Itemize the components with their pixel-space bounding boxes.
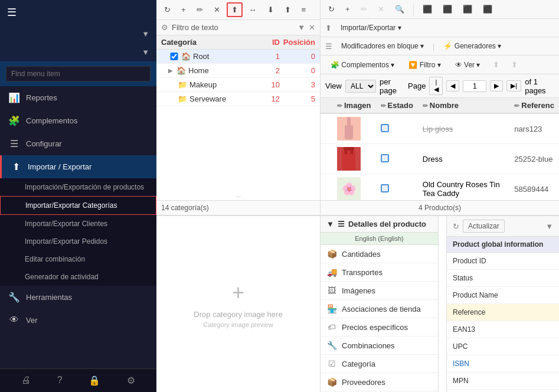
details-header[interactable]: ▼ ☰ Detalles del producto: [321, 216, 438, 233]
info-field-upc[interactable]: UPC: [447, 338, 559, 355]
generators-dropdown[interactable]: ⚡ Generadores ▾: [438, 40, 506, 53]
status-checkbox-1[interactable]: [381, 154, 389, 162]
detail-cantidades[interactable]: 📦 Cantidades: [321, 245, 438, 263]
expand-icon-home[interactable]: ▶: [168, 67, 176, 74]
edit-btn[interactable]: ✏: [192, 3, 207, 17]
cat-checkbox-root[interactable]: [169, 53, 179, 60]
submenu-item-cat[interactable]: Importar/Exportar Categorías: [0, 196, 156, 215]
detail-categoria[interactable]: ☑ Categoría: [321, 355, 438, 373]
sidebar-item-ver[interactable]: 👁 Ver: [0, 309, 156, 331]
cat-row-root[interactable]: 🏠 Root 1 0: [156, 50, 320, 64]
submenu-item-cli[interactable]: Importar/Exportar Clientes: [0, 215, 156, 233]
sidebar-collapse-2[interactable]: ▼: [0, 43, 156, 61]
filter-clear-icon[interactable]: ✕: [309, 23, 315, 32]
toolbar-btn-extra3[interactable]: ⬛: [459, 2, 476, 16]
cat-row-home[interactable]: ▶ 🏠 Home 2 0: [156, 64, 320, 78]
info-refresh-button[interactable]: Actualizar: [463, 220, 505, 233]
prod-delete-btn[interactable]: ✕: [374, 2, 388, 16]
status-cell-1: [376, 144, 418, 174]
cat-row-serveware[interactable]: 📁 Serveware 12 5: [156, 92, 320, 106]
submenu-item-gen[interactable]: Generador de actividad: [0, 268, 156, 286]
status-checkbox-2[interactable]: [381, 184, 389, 192]
refresh-btn[interactable]: ↻: [160, 3, 175, 17]
col-sort-btn-1[interactable]: ⬆: [489, 58, 504, 71]
footer-help-icon[interactable]: ?: [57, 375, 63, 386]
prod-edit-btn[interactable]: ✏: [357, 2, 371, 16]
prod-add-btn[interactable]: +: [341, 2, 354, 16]
detail-combinaciones[interactable]: 🔧 Combinaciones: [321, 337, 438, 355]
th-reference[interactable]: ✏Referenc: [509, 98, 559, 113]
cat-row-makeup[interactable]: 📁 Makeup 10 3: [156, 78, 320, 92]
per-page-select[interactable]: ALL 10 20 50: [345, 80, 376, 93]
info-field-product-id[interactable]: Product ID: [447, 253, 559, 270]
footer-settings-icon[interactable]: ⚙: [127, 375, 135, 386]
status-checkbox-0[interactable]: [381, 124, 389, 132]
submenu-item-comb[interactable]: Editar combinación: [0, 250, 156, 268]
info-field-isbn[interactable]: ISBN: [447, 355, 559, 373]
sidebar-item-complementos[interactable]: 🧩 Complementos: [0, 109, 156, 132]
detail-transportes[interactable]: 🚚 Transportes: [321, 263, 438, 282]
filtro-dropdown[interactable]: 🔽 Filtro ▾: [403, 58, 446, 71]
next-page-btn[interactable]: ▶: [490, 80, 503, 92]
footer-print-icon[interactable]: 🖨: [21, 375, 31, 386]
sidebar-item-importar-exportar[interactable]: ⬆ Importar / Exportar: [0, 155, 156, 178]
add-btn[interactable]: +: [177, 3, 190, 17]
sidebar-item-herramientas[interactable]: 🔧 Herramientas: [0, 286, 156, 309]
list-btn[interactable]: ≡: [298, 3, 310, 17]
sidebar-item-reportes[interactable]: 📊 Reportes: [0, 86, 156, 109]
detail-precios[interactable]: 🏷 Precios específicos: [321, 318, 438, 337]
toolbar-btn-extra2[interactable]: ⬛: [439, 2, 456, 16]
search-input[interactable]: [6, 66, 151, 81]
last-page-btn[interactable]: ▶|: [506, 80, 521, 92]
col-id-header: ID: [256, 38, 280, 47]
sidebar-collapse-1[interactable]: ▼: [0, 25, 156, 43]
footer-lock-icon[interactable]: 🔒: [89, 375, 100, 386]
cat-name-makeup: Makeup: [189, 80, 256, 89]
th-image[interactable]: ✏Imagen: [332, 98, 376, 113]
info-field-product-name[interactable]: Product Name: [447, 287, 559, 304]
product-row-0[interactable]: Lip gloss nars123: [321, 113, 559, 144]
th-status[interactable]: ✏Estado: [376, 98, 418, 113]
prod-refresh-btn[interactable]: ↻: [324, 2, 339, 16]
toolbar-btn-extra1[interactable]: ⬛: [419, 2, 436, 16]
move-up-btn[interactable]: ⬆: [227, 2, 243, 17]
complementos-dropdown[interactable]: 🧩 Complementos ▾: [325, 58, 400, 71]
sidebar-item-configurar[interactable]: ☰ Configurar: [0, 132, 156, 155]
info-field-status[interactable]: Status: [447, 270, 559, 287]
submenu-item-ped[interactable]: Importar/Exportar Pedidos: [0, 233, 156, 250]
export-btn[interactable]: ⬇: [263, 3, 278, 17]
prev-page-btn[interactable]: ◀: [446, 80, 459, 92]
page-label: Page: [408, 81, 426, 90]
ver-dropdown[interactable]: 👁 Ver ▾: [450, 58, 486, 71]
product-row-1[interactable]: Dress 25252-blue: [321, 144, 559, 174]
toolbar-btn-extra4[interactable]: ⬛: [479, 2, 496, 16]
total-pages: of 1 pages: [525, 77, 554, 95]
submenu-item-prod[interactable]: Importación/Exportación de productos: [0, 178, 156, 196]
hamburger-icon[interactable]: ☰: [7, 6, 17, 19]
info-field-reference[interactable]: Reference: [447, 304, 559, 321]
drop-subtitle: Category image preview: [203, 321, 273, 328]
info-field-ean13[interactable]: EAN13: [447, 321, 559, 338]
detail-imagenes[interactable]: 🖼 Imágenes: [321, 282, 438, 300]
info-field-mpn[interactable]: MPN: [447, 373, 559, 390]
product-row-2[interactable]: 🌸 Old Country Roses Tin Tea Caddy 585894…: [321, 174, 559, 201]
detail-asociaciones[interactable]: 🏪 Asociaciones de tienda: [321, 300, 438, 318]
col-sort-btn-2[interactable]: ⬆: [507, 58, 522, 71]
th-name[interactable]: ✏Nombre: [418, 98, 510, 113]
delete-btn[interactable]: ✕: [210, 3, 224, 17]
col-position-header: Posición: [280, 38, 315, 47]
importar-exportar-dropdown[interactable]: Importar/Exportar ▾: [335, 21, 407, 34]
detail-proveedores[interactable]: 📦 Proveedores: [321, 373, 438, 391]
first-page-btn[interactable]: |◀: [429, 77, 443, 95]
sidebar-search-container: [0, 61, 156, 86]
page-input[interactable]: 1: [463, 80, 486, 92]
category-col-headers: Categoría ID Posición: [156, 35, 320, 50]
filter-gear-icon: ⚙: [161, 23, 168, 32]
bulk-modifier-dropdown[interactable]: Modificadores en bloque ▾: [336, 40, 429, 53]
asociaciones-icon: 🏪: [326, 304, 337, 313]
status-cell-0: [376, 113, 418, 144]
prod-search-btn[interactable]: 🔍: [391, 2, 408, 16]
drop-zone[interactable]: + Drop category image here Category imag…: [156, 216, 321, 392]
import-btn[interactable]: ⬆: [280, 3, 295, 17]
move-right-btn[interactable]: ↔: [245, 3, 261, 17]
